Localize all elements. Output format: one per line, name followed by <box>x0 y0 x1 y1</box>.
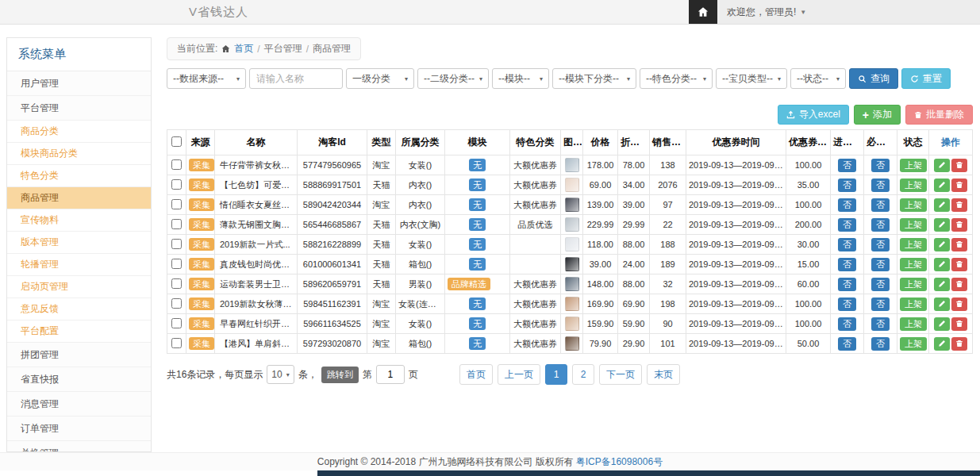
edit-button[interactable] <box>934 317 950 331</box>
row-checkbox[interactable] <box>171 159 182 170</box>
sidebar-item[interactable]: 消息管理 <box>7 392 151 416</box>
delete-button[interactable] <box>951 317 967 331</box>
icp-link[interactable]: 粤ICP备16098006号 <box>576 455 663 469</box>
edit-button[interactable] <box>934 298 950 311</box>
filter-select[interactable]: --模块--▾ <box>492 68 549 89</box>
edit-button[interactable] <box>934 178 950 192</box>
status-toggle[interactable]: 上架 <box>900 337 927 351</box>
sidebar-item[interactable]: 宣传物料 <box>7 209 151 232</box>
edit-button[interactable] <box>934 238 950 251</box>
select-all-checkbox[interactable] <box>171 136 182 147</box>
delete-button[interactable] <box>951 178 967 192</box>
delete-button[interactable] <box>951 238 967 251</box>
delete-button[interactable] <box>951 159 967 172</box>
status-toggle[interactable]: 上架 <box>900 218 927 232</box>
filter-select[interactable]: --模块下分类--▾ <box>552 68 636 89</box>
import-preferred-toggle[interactable]: 否 <box>838 198 856 212</box>
import-excel-button[interactable]: 导入excel <box>778 105 849 125</box>
edit-button[interactable] <box>934 258 950 271</box>
must-buy-toggle[interactable]: 否 <box>871 337 890 351</box>
import-preferred-toggle[interactable]: 否 <box>838 218 856 232</box>
row-checkbox[interactable] <box>171 338 182 348</box>
add-button[interactable]: + 添加 <box>854 105 901 125</box>
must-buy-toggle[interactable]: 否 <box>871 278 890 291</box>
sidebar-item[interactable]: 意见反馈 <box>7 298 151 321</box>
page-button[interactable]: 2 <box>572 364 594 385</box>
row-checkbox[interactable] <box>171 259 182 269</box>
filter-select[interactable]: --特色分类--▾ <box>640 68 713 89</box>
row-checkbox[interactable] <box>171 298 182 309</box>
page-button[interactable]: 末页 <box>647 364 680 385</box>
filter-select[interactable]: 一级分类▾ <box>346 68 414 89</box>
jump-button[interactable]: 跳转到 <box>321 367 359 383</box>
must-buy-toggle[interactable]: 否 <box>871 258 890 271</box>
edit-button[interactable] <box>934 218 950 232</box>
status-toggle[interactable]: 上架 <box>900 278 927 291</box>
name-search-input[interactable] <box>249 68 343 89</box>
search-button[interactable]: 查询 <box>849 68 898 89</box>
sidebar-item[interactable]: 商品分类 <box>7 121 151 143</box>
import-preferred-toggle[interactable]: 否 <box>838 278 856 291</box>
breadcrumb-item[interactable]: 平台管理 <box>264 42 302 56</box>
import-preferred-toggle[interactable]: 否 <box>838 178 856 192</box>
page-size-select[interactable]: 10 ▾ <box>267 365 294 384</box>
delete-button[interactable] <box>951 198 967 212</box>
import-preferred-toggle[interactable]: 否 <box>838 159 856 172</box>
reset-button[interactable]: 重置 <box>901 68 951 89</box>
sidebar-item[interactable]: 订单管理 <box>7 416 151 441</box>
status-toggle[interactable]: 上架 <box>900 298 927 311</box>
status-toggle[interactable]: 上架 <box>900 198 927 212</box>
filter-select[interactable]: --宝贝类型--▾ <box>716 68 787 89</box>
row-checkbox[interactable] <box>171 219 182 229</box>
must-buy-toggle[interactable]: 否 <box>871 298 890 311</box>
must-buy-toggle[interactable]: 否 <box>871 317 890 331</box>
must-buy-toggle[interactable]: 否 <box>871 238 890 251</box>
edit-button[interactable] <box>934 198 950 212</box>
sidebar-item[interactable]: 特色分类 <box>7 165 151 187</box>
import-preferred-toggle[interactable]: 否 <box>838 298 856 311</box>
status-toggle[interactable]: 上架 <box>900 159 927 172</box>
sidebar-item[interactable]: 模块商品分类 <box>7 143 151 165</box>
sidebar-item[interactable]: 拼团管理 <box>7 343 151 367</box>
sidebar-item[interactable]: 平台管理 <box>7 96 151 121</box>
sidebar-item[interactable]: 平台配置 <box>7 321 151 343</box>
row-checkbox[interactable] <box>171 199 182 209</box>
row-checkbox[interactable] <box>171 239 182 249</box>
row-checkbox[interactable] <box>171 179 182 190</box>
import-preferred-toggle[interactable]: 否 <box>838 317 856 331</box>
edit-button[interactable] <box>934 337 950 351</box>
sidebar-item[interactable]: 版本管理 <box>7 232 151 254</box>
import-preferred-toggle[interactable]: 否 <box>838 238 856 251</box>
user-menu[interactable]: 欢迎您，管理员! ▼ <box>717 6 816 19</box>
page-button[interactable]: 下一页 <box>599 364 642 385</box>
sidebar-item[interactable]: 兑换管理 <box>7 441 151 452</box>
sidebar-item[interactable]: 商品管理 <box>7 187 151 209</box>
page-button[interactable]: 首页 <box>459 364 493 385</box>
sidebar-item[interactable]: 省直快报 <box>7 367 151 392</box>
batch-delete-button[interactable]: 批量删除 <box>905 105 973 125</box>
page-button[interactable]: 1 <box>545 364 567 385</box>
delete-button[interactable] <box>951 258 967 271</box>
sidebar-item[interactable]: 轮播管理 <box>7 254 151 276</box>
header-home-button[interactable] <box>689 0 717 24</box>
edit-button[interactable] <box>934 159 950 172</box>
delete-button[interactable] <box>951 298 967 311</box>
filter-select[interactable]: --数据来源--▾ <box>167 68 246 89</box>
filter-select[interactable]: --状态--▾ <box>790 68 846 89</box>
row-checkbox[interactable] <box>171 278 182 289</box>
import-preferred-toggle[interactable]: 否 <box>838 258 856 271</box>
filter-select[interactable]: --二级分类--▾ <box>417 68 489 89</box>
edit-button[interactable] <box>934 278 950 291</box>
must-buy-toggle[interactable]: 否 <box>871 198 890 212</box>
status-toggle[interactable]: 上架 <box>900 178 927 192</box>
row-checkbox[interactable] <box>171 318 182 328</box>
status-toggle[interactable]: 上架 <box>900 317 927 331</box>
must-buy-toggle[interactable]: 否 <box>871 159 890 172</box>
sidebar-item[interactable]: 启动页管理 <box>7 276 151 298</box>
import-preferred-toggle[interactable]: 否 <box>838 337 856 351</box>
must-buy-toggle[interactable]: 否 <box>871 218 890 232</box>
must-buy-toggle[interactable]: 否 <box>871 178 890 192</box>
status-toggle[interactable]: 上架 <box>900 258 927 271</box>
delete-button[interactable] <box>951 337 967 351</box>
page-number-input[interactable] <box>376 365 405 384</box>
